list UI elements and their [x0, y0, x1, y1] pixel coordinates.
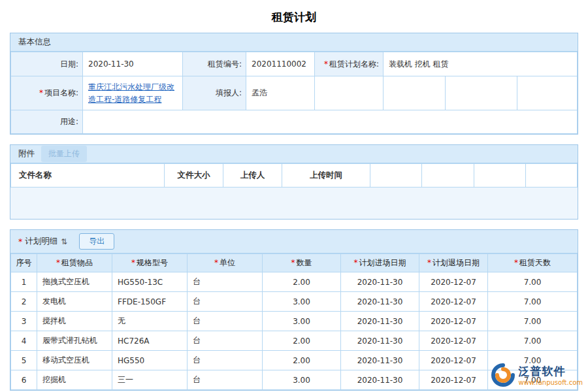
details-cell: 无: [112, 312, 188, 331]
details-cell: 台: [188, 312, 263, 331]
required-marker: *: [18, 237, 22, 246]
details-column-header: *计划退场日期: [419, 254, 488, 272]
reporter-value: 孟浩: [246, 76, 315, 110]
details-cell: 7.00: [488, 292, 578, 312]
required-marker: *: [324, 59, 328, 69]
details-row: 3搅拌机无台3.002020-11-302020-12-077.00: [11, 312, 578, 331]
required-marker: *: [56, 258, 60, 267]
required-marker: *: [131, 258, 135, 267]
attachments-empty-column: [422, 164, 474, 188]
details-cell: 2.00: [263, 272, 341, 292]
required-marker: *: [427, 258, 431, 267]
details-column-header: *租赁物品: [37, 254, 112, 272]
plan-details-title-text: 计划明细: [25, 236, 57, 247]
details-cell: HG550: [112, 351, 188, 370]
details-cell: 5: [11, 351, 37, 370]
required-marker: *: [354, 258, 358, 267]
details-cell: 1: [11, 272, 37, 292]
details-cell: 4: [11, 331, 37, 351]
attachments-header: 附件 批量上传: [10, 145, 578, 163]
basic-info-row-3: 用途:: [11, 110, 578, 134]
details-cell: 移动式空压机: [37, 351, 112, 370]
attachments-empty-column: [525, 164, 577, 188]
project-link[interactable]: 重庆江北污水处理厂级改造工程-道路修复工程: [88, 82, 174, 104]
details-column-header: 序号: [11, 254, 37, 272]
details-cell: 台: [188, 272, 263, 292]
plan-details-section: * 计划明细 ⇅ 导出 序号*租赁物品*规格型号*单位*数量*计划进场日期*计划…: [10, 229, 578, 391]
sort-icon[interactable]: ⇅: [61, 237, 67, 246]
project-label: *项目名称:: [11, 76, 83, 110]
details-cell: 6: [11, 370, 37, 390]
details-cell: 搅拌机: [37, 312, 112, 331]
details-row: 1拖拽式空压机HG550-13C台2.002020-11-302020-12-0…: [11, 272, 578, 292]
attachments-column-header: 上传人: [223, 164, 282, 188]
project-label-text: 项目名称:: [44, 88, 78, 97]
details-cell: 2: [11, 292, 37, 312]
attachments-column-header: 文件大小: [165, 164, 223, 188]
details-cell: 发电机: [37, 292, 112, 312]
project-value-cell: 重庆江北污水处理厂级改造工程-道路修复工程: [83, 76, 183, 110]
details-cell: 2020-12-07: [419, 331, 488, 351]
required-marker: *: [214, 258, 218, 267]
details-column-header: *租赁天数: [488, 254, 578, 272]
details-cell: 2.00: [263, 351, 341, 370]
details-cell: 台: [188, 351, 263, 370]
empty-cell: [315, 76, 384, 110]
plan-details-title: * 计划明细 ⇅: [18, 236, 67, 247]
attachments-section: 附件 批量上传 文件名称文件大小上传人上传时间: [10, 144, 578, 220]
details-cell: 2020-12-07: [419, 370, 488, 390]
details-cell: 2020-12-07: [419, 292, 488, 312]
empty-cell: [517, 76, 578, 110]
details-row: 5移动式空压机HG550台2.002020-11-302020-12-077.0…: [11, 351, 578, 370]
details-cell: 台: [188, 331, 263, 351]
date-value: 2020-11-30: [83, 52, 183, 76]
plan-name-value: 装载机 挖机 租赁: [384, 52, 578, 76]
details-cell: 履带式潜孔钻机: [37, 331, 112, 351]
required-marker: *: [514, 258, 518, 267]
purpose-value: [83, 110, 578, 134]
details-cell: 2020-11-30: [341, 272, 419, 292]
purpose-label: 用途:: [11, 110, 83, 134]
basic-info-table: 日期: 2020-11-30 租赁编号: 20201110002 *租赁计划名称…: [10, 52, 578, 134]
date-label: 日期:: [11, 52, 83, 76]
details-cell: 3.00: [263, 370, 341, 390]
details-cell: 7.00: [488, 370, 578, 390]
details-cell: 7.00: [488, 272, 578, 292]
details-cell: 2020-11-30: [341, 331, 419, 351]
rental-no-value: 20201110002: [246, 52, 315, 76]
details-cell: 3: [11, 312, 37, 331]
plan-name-label-text: 租赁计划名称:: [329, 59, 379, 69]
details-column-header: *规格型号: [112, 254, 188, 272]
details-cell: 2020-12-07: [419, 272, 488, 292]
details-cell: 台: [188, 292, 263, 312]
required-marker: *: [291, 258, 295, 267]
attachments-column-header: 文件名称: [11, 164, 165, 188]
details-header-row: 序号*租赁物品*规格型号*单位*数量*计划进场日期*计划退场日期*租赁天数: [11, 254, 578, 272]
plan-name-label: *租赁计划名称:: [315, 52, 384, 76]
details-cell: 2020-12-07: [419, 351, 488, 370]
attachments-empty-column: [474, 164, 525, 188]
basic-info-row-2: *项目名称: 重庆江北污水处理厂级改造工程-道路修复工程 填报人: 孟浩: [11, 76, 578, 110]
plan-details-header: * 计划明细 ⇅ 导出: [10, 230, 578, 253]
details-cell: HG550-13C: [112, 272, 188, 292]
attachments-title: 附件: [18, 148, 35, 159]
details-cell: 2020-11-30: [341, 370, 419, 390]
basic-info-title: 基本信息: [18, 37, 51, 48]
details-cell: 2.00: [263, 331, 341, 351]
export-button[interactable]: 导出: [79, 233, 114, 250]
reporter-label: 填报人:: [183, 76, 246, 110]
rental-no-label: 租赁编号:: [183, 52, 246, 76]
attachments-empty-column: [370, 164, 422, 188]
attachments-column-header: 上传时间: [282, 164, 370, 188]
details-cell: 7.00: [488, 351, 578, 370]
details-cell: 2020-11-30: [341, 292, 419, 312]
batch-upload-button[interactable]: 批量上传: [41, 146, 87, 162]
details-cell: FFDE-150GF: [112, 292, 188, 312]
details-cell: 3.00: [263, 312, 341, 331]
details-column-header: *计划进场日期: [341, 254, 419, 272]
attachments-header-row: 文件名称文件大小上传人上传时间: [11, 164, 578, 188]
details-table-body: 1拖拽式空压机HG550-13C台2.002020-11-302020-12-0…: [11, 272, 578, 390]
details-row: 6挖掘机三一台3.002020-11-302020-12-077.00: [11, 370, 578, 390]
attachments-empty-body: [10, 188, 578, 219]
details-cell: 2020-11-30: [341, 312, 419, 331]
